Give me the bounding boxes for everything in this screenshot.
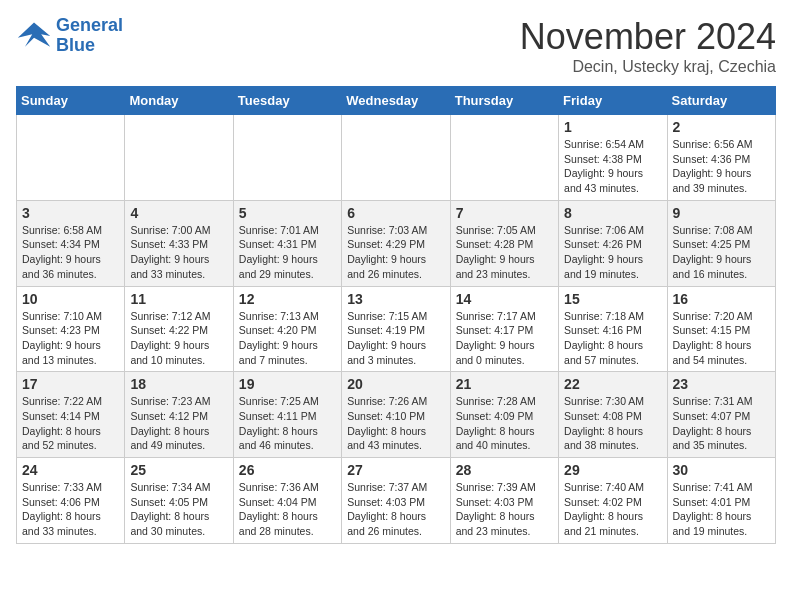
- day-cell: [342, 115, 450, 201]
- col-header-tuesday: Tuesday: [233, 87, 341, 115]
- day-info: Sunrise: 7:17 AM Sunset: 4:17 PM Dayligh…: [456, 309, 553, 368]
- day-cell: 29Sunrise: 7:40 AM Sunset: 4:02 PM Dayli…: [559, 458, 667, 544]
- day-cell: 21Sunrise: 7:28 AM Sunset: 4:09 PM Dayli…: [450, 372, 558, 458]
- day-number: 3: [22, 205, 119, 221]
- day-number: 27: [347, 462, 444, 478]
- day-info: Sunrise: 7:06 AM Sunset: 4:26 PM Dayligh…: [564, 223, 661, 282]
- day-number: 5: [239, 205, 336, 221]
- day-cell: [450, 115, 558, 201]
- col-header-monday: Monday: [125, 87, 233, 115]
- week-row-3: 10Sunrise: 7:10 AM Sunset: 4:23 PM Dayli…: [17, 286, 776, 372]
- day-info: Sunrise: 7:25 AM Sunset: 4:11 PM Dayligh…: [239, 394, 336, 453]
- day-number: 18: [130, 376, 227, 392]
- col-header-sunday: Sunday: [17, 87, 125, 115]
- day-cell: 11Sunrise: 7:12 AM Sunset: 4:22 PM Dayli…: [125, 286, 233, 372]
- day-cell: 6Sunrise: 7:03 AM Sunset: 4:29 PM Daylig…: [342, 200, 450, 286]
- header-row: SundayMondayTuesdayWednesdayThursdayFrid…: [17, 87, 776, 115]
- page-header: General Blue November 2024 Decin, Usteck…: [16, 16, 776, 76]
- day-cell: 2Sunrise: 6:56 AM Sunset: 4:36 PM Daylig…: [667, 115, 775, 201]
- day-cell: [17, 115, 125, 201]
- day-number: 30: [673, 462, 770, 478]
- day-info: Sunrise: 7:10 AM Sunset: 4:23 PM Dayligh…: [22, 309, 119, 368]
- day-number: 20: [347, 376, 444, 392]
- day-number: 7: [456, 205, 553, 221]
- day-number: 24: [22, 462, 119, 478]
- week-row-2: 3Sunrise: 6:58 AM Sunset: 4:34 PM Daylig…: [17, 200, 776, 286]
- day-info: Sunrise: 7:08 AM Sunset: 4:25 PM Dayligh…: [673, 223, 770, 282]
- day-number: 17: [22, 376, 119, 392]
- day-cell: 7Sunrise: 7:05 AM Sunset: 4:28 PM Daylig…: [450, 200, 558, 286]
- svg-marker-0: [18, 22, 50, 46]
- week-row-1: 1Sunrise: 6:54 AM Sunset: 4:38 PM Daylig…: [17, 115, 776, 201]
- day-cell: 26Sunrise: 7:36 AM Sunset: 4:04 PM Dayli…: [233, 458, 341, 544]
- day-info: Sunrise: 7:20 AM Sunset: 4:15 PM Dayligh…: [673, 309, 770, 368]
- day-cell: [233, 115, 341, 201]
- day-info: Sunrise: 7:18 AM Sunset: 4:16 PM Dayligh…: [564, 309, 661, 368]
- day-cell: 18Sunrise: 7:23 AM Sunset: 4:12 PM Dayli…: [125, 372, 233, 458]
- day-info: Sunrise: 7:22 AM Sunset: 4:14 PM Dayligh…: [22, 394, 119, 453]
- title-block: November 2024 Decin, Ustecky kraj, Czech…: [520, 16, 776, 76]
- day-info: Sunrise: 7:28 AM Sunset: 4:09 PM Dayligh…: [456, 394, 553, 453]
- day-info: Sunrise: 6:54 AM Sunset: 4:38 PM Dayligh…: [564, 137, 661, 196]
- day-number: 21: [456, 376, 553, 392]
- day-number: 15: [564, 291, 661, 307]
- col-header-wednesday: Wednesday: [342, 87, 450, 115]
- col-header-saturday: Saturday: [667, 87, 775, 115]
- day-number: 22: [564, 376, 661, 392]
- day-cell: 24Sunrise: 7:33 AM Sunset: 4:06 PM Dayli…: [17, 458, 125, 544]
- day-info: Sunrise: 7:03 AM Sunset: 4:29 PM Dayligh…: [347, 223, 444, 282]
- day-number: 4: [130, 205, 227, 221]
- month-title: November 2024: [520, 16, 776, 58]
- location-subtitle: Decin, Ustecky kraj, Czechia: [520, 58, 776, 76]
- day-info: Sunrise: 7:05 AM Sunset: 4:28 PM Dayligh…: [456, 223, 553, 282]
- day-cell: 4Sunrise: 7:00 AM Sunset: 4:33 PM Daylig…: [125, 200, 233, 286]
- day-cell: 15Sunrise: 7:18 AM Sunset: 4:16 PM Dayli…: [559, 286, 667, 372]
- day-number: 8: [564, 205, 661, 221]
- day-number: 2: [673, 119, 770, 135]
- day-cell: 19Sunrise: 7:25 AM Sunset: 4:11 PM Dayli…: [233, 372, 341, 458]
- day-number: 10: [22, 291, 119, 307]
- day-number: 29: [564, 462, 661, 478]
- day-cell: 17Sunrise: 7:22 AM Sunset: 4:14 PM Dayli…: [17, 372, 125, 458]
- day-number: 19: [239, 376, 336, 392]
- day-info: Sunrise: 7:00 AM Sunset: 4:33 PM Dayligh…: [130, 223, 227, 282]
- day-cell: 25Sunrise: 7:34 AM Sunset: 4:05 PM Dayli…: [125, 458, 233, 544]
- week-row-4: 17Sunrise: 7:22 AM Sunset: 4:14 PM Dayli…: [17, 372, 776, 458]
- day-cell: 27Sunrise: 7:37 AM Sunset: 4:03 PM Dayli…: [342, 458, 450, 544]
- day-number: 28: [456, 462, 553, 478]
- day-info: Sunrise: 6:58 AM Sunset: 4:34 PM Dayligh…: [22, 223, 119, 282]
- day-number: 23: [673, 376, 770, 392]
- day-cell: 12Sunrise: 7:13 AM Sunset: 4:20 PM Dayli…: [233, 286, 341, 372]
- day-cell: 5Sunrise: 7:01 AM Sunset: 4:31 PM Daylig…: [233, 200, 341, 286]
- day-info: Sunrise: 7:33 AM Sunset: 4:06 PM Dayligh…: [22, 480, 119, 539]
- day-info: Sunrise: 7:40 AM Sunset: 4:02 PM Dayligh…: [564, 480, 661, 539]
- day-info: Sunrise: 7:31 AM Sunset: 4:07 PM Dayligh…: [673, 394, 770, 453]
- day-info: Sunrise: 7:39 AM Sunset: 4:03 PM Dayligh…: [456, 480, 553, 539]
- calendar-table: SundayMondayTuesdayWednesdayThursdayFrid…: [16, 86, 776, 544]
- day-number: 12: [239, 291, 336, 307]
- day-number: 13: [347, 291, 444, 307]
- day-info: Sunrise: 7:13 AM Sunset: 4:20 PM Dayligh…: [239, 309, 336, 368]
- day-info: Sunrise: 7:30 AM Sunset: 4:08 PM Dayligh…: [564, 394, 661, 453]
- day-info: Sunrise: 6:56 AM Sunset: 4:36 PM Dayligh…: [673, 137, 770, 196]
- day-info: Sunrise: 7:12 AM Sunset: 4:22 PM Dayligh…: [130, 309, 227, 368]
- day-number: 14: [456, 291, 553, 307]
- day-info: Sunrise: 7:15 AM Sunset: 4:19 PM Dayligh…: [347, 309, 444, 368]
- day-info: Sunrise: 7:01 AM Sunset: 4:31 PM Dayligh…: [239, 223, 336, 282]
- day-cell: 9Sunrise: 7:08 AM Sunset: 4:25 PM Daylig…: [667, 200, 775, 286]
- logo: General Blue: [16, 16, 123, 56]
- day-info: Sunrise: 7:23 AM Sunset: 4:12 PM Dayligh…: [130, 394, 227, 453]
- day-cell: 10Sunrise: 7:10 AM Sunset: 4:23 PM Dayli…: [17, 286, 125, 372]
- day-number: 26: [239, 462, 336, 478]
- day-info: Sunrise: 7:41 AM Sunset: 4:01 PM Dayligh…: [673, 480, 770, 539]
- day-info: Sunrise: 7:26 AM Sunset: 4:10 PM Dayligh…: [347, 394, 444, 453]
- day-info: Sunrise: 7:34 AM Sunset: 4:05 PM Dayligh…: [130, 480, 227, 539]
- day-number: 9: [673, 205, 770, 221]
- logo-icon: [16, 18, 52, 54]
- col-header-friday: Friday: [559, 87, 667, 115]
- day-number: 16: [673, 291, 770, 307]
- day-number: 6: [347, 205, 444, 221]
- day-cell: 13Sunrise: 7:15 AM Sunset: 4:19 PM Dayli…: [342, 286, 450, 372]
- day-cell: 28Sunrise: 7:39 AM Sunset: 4:03 PM Dayli…: [450, 458, 558, 544]
- day-cell: 30Sunrise: 7:41 AM Sunset: 4:01 PM Dayli…: [667, 458, 775, 544]
